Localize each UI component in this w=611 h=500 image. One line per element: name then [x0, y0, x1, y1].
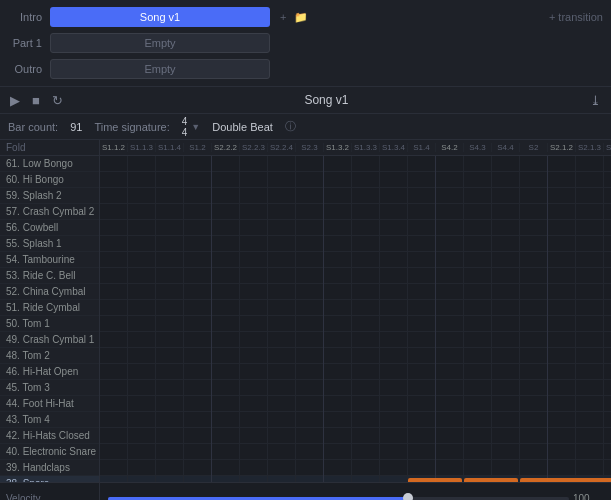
- grid-cell[interactable]: [408, 300, 436, 316]
- grid-cell[interactable]: [464, 428, 492, 444]
- grid-cell[interactable]: [128, 172, 156, 188]
- grid-cell[interactable]: [128, 268, 156, 284]
- grid-cell[interactable]: [436, 412, 464, 428]
- grid-cell[interactable]: [352, 220, 380, 236]
- grid-cell[interactable]: [436, 428, 464, 444]
- grid-cell[interactable]: [520, 156, 548, 172]
- grid-cell[interactable]: [324, 188, 352, 204]
- grid-cell[interactable]: [128, 156, 156, 172]
- grid-cell[interactable]: [324, 476, 352, 482]
- track-name-row[interactable]: 48. Tom 2: [0, 348, 99, 364]
- grid-cell[interactable]: [548, 412, 576, 428]
- grid-cell[interactable]: [492, 284, 520, 300]
- grid-cell[interactable]: [184, 364, 212, 380]
- grid-cell[interactable]: [128, 348, 156, 364]
- pattern-block[interactable]: [520, 478, 611, 482]
- grid-cell[interactable]: [268, 364, 296, 380]
- grid-cell[interactable]: [548, 300, 576, 316]
- track-name-row[interactable]: 59. Splash 2: [0, 188, 99, 204]
- grid-cell[interactable]: [380, 460, 408, 476]
- grid-cell[interactable]: [296, 460, 324, 476]
- grid-cell[interactable]: [212, 316, 240, 332]
- grid-cell[interactable]: [380, 220, 408, 236]
- grid-cell[interactable]: [184, 156, 212, 172]
- grid-cell[interactable]: [520, 268, 548, 284]
- grid-cell[interactable]: [128, 220, 156, 236]
- grid-cell[interactable]: [212, 332, 240, 348]
- grid-cell[interactable]: [576, 316, 604, 332]
- grid-cell[interactable]: [156, 268, 184, 284]
- grid-row[interactable]: [100, 284, 611, 300]
- grid-cell[interactable]: [324, 396, 352, 412]
- grid-cell[interactable]: [380, 444, 408, 460]
- grid-cell[interactable]: [408, 444, 436, 460]
- grid-cell[interactable]: [184, 236, 212, 252]
- track-name-row[interactable]: 49. Crash Cymbal 1: [0, 332, 99, 348]
- grid-cell[interactable]: [604, 396, 611, 412]
- grid-cell[interactable]: [352, 428, 380, 444]
- grid-cell[interactable]: [408, 428, 436, 444]
- grid-cell[interactable]: [296, 172, 324, 188]
- grid-cell[interactable]: [184, 172, 212, 188]
- grid-row[interactable]: [100, 252, 611, 268]
- grid-cell[interactable]: [100, 268, 128, 284]
- grid-cell[interactable]: [436, 172, 464, 188]
- grid-cell[interactable]: [380, 348, 408, 364]
- grid-cell[interactable]: [184, 332, 212, 348]
- grid-cell[interactable]: [156, 332, 184, 348]
- grid-cell[interactable]: [296, 380, 324, 396]
- grid-cell[interactable]: [548, 236, 576, 252]
- grid-cell[interactable]: [268, 204, 296, 220]
- grid-cell[interactable]: [548, 316, 576, 332]
- grid-cell[interactable]: [268, 412, 296, 428]
- grid-cell[interactable]: [296, 348, 324, 364]
- grid-cell[interactable]: [520, 316, 548, 332]
- track-name-row[interactable]: 53. Ride C. Bell: [0, 268, 99, 284]
- grid-cell[interactable]: [156, 316, 184, 332]
- grid-cell[interactable]: [380, 364, 408, 380]
- grid-cell[interactable]: [184, 284, 212, 300]
- grid-cell[interactable]: [520, 204, 548, 220]
- grid-cell[interactable]: [156, 284, 184, 300]
- grid-cell[interactable]: [212, 204, 240, 220]
- grid-cell[interactable]: [408, 236, 436, 252]
- grid-cell[interactable]: [128, 188, 156, 204]
- grid-cell[interactable]: [352, 348, 380, 364]
- grid-cell[interactable]: [324, 332, 352, 348]
- grid-cell[interactable]: [100, 444, 128, 460]
- grid-cell[interactable]: [240, 188, 268, 204]
- grid-cell[interactable]: [520, 220, 548, 236]
- grid-row[interactable]: [100, 428, 611, 444]
- grid-cell[interactable]: [212, 236, 240, 252]
- grid-cell[interactable]: [352, 284, 380, 300]
- grid-cell[interactable]: [156, 428, 184, 444]
- grid-row[interactable]: [100, 460, 611, 476]
- grid-cell[interactable]: [184, 204, 212, 220]
- grid-cell[interactable]: [268, 284, 296, 300]
- grid-cell[interactable]: [464, 204, 492, 220]
- grid-cell[interactable]: [604, 204, 611, 220]
- grid-cell[interactable]: [380, 156, 408, 172]
- grid-cell[interactable]: [604, 428, 611, 444]
- grid-cell[interactable]: [436, 364, 464, 380]
- grid-cell[interactable]: [184, 412, 212, 428]
- grid-cell[interactable]: [128, 300, 156, 316]
- grid-cell[interactable]: [464, 268, 492, 284]
- grid-cell[interactable]: [576, 236, 604, 252]
- grid-cell[interactable]: [156, 220, 184, 236]
- grid-cell[interactable]: [520, 300, 548, 316]
- fold-label[interactable]: Fold: [6, 142, 25, 153]
- grid-cell[interactable]: [240, 284, 268, 300]
- grid-cell[interactable]: [324, 428, 352, 444]
- grid-cell[interactable]: [128, 364, 156, 380]
- grid-cell[interactable]: [324, 204, 352, 220]
- grid-cell[interactable]: [408, 460, 436, 476]
- grid-cell[interactable]: [240, 444, 268, 460]
- grid-cell[interactable]: [184, 188, 212, 204]
- grid-cell[interactable]: [100, 364, 128, 380]
- grid-cell[interactable]: [576, 396, 604, 412]
- track-name-row[interactable]: 52. China Cymbal: [0, 284, 99, 300]
- grid-row[interactable]: [100, 268, 611, 284]
- track-name-row[interactable]: 60. Hi Bongo: [0, 172, 99, 188]
- grid-cell[interactable]: [268, 428, 296, 444]
